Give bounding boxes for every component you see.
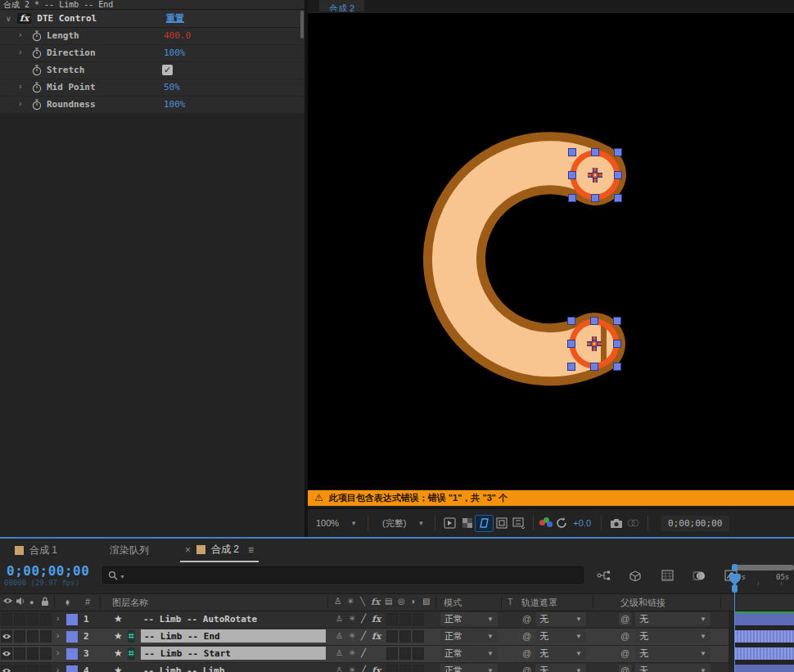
parent-pickwhip-icon[interactable]: @ [619,613,631,625]
property-value[interactable]: 400.0 [164,30,191,41]
exposure-reset-icon[interactable] [553,516,570,531]
layer-name-column-header[interactable]: 图层名称 [112,597,148,609]
stopwatch-icon[interactable] [32,47,42,59]
layer-expander-icon[interactable]: › [56,648,59,657]
solo-toggle[interactable] [27,613,38,625]
matte-pickwhip-icon[interactable]: @ [521,647,533,660]
fx-toggle-icon[interactable]: fx [372,665,381,672]
blend-mode-dropdown[interactable]: 正常▼ [440,664,498,672]
chevron-right-icon[interactable]: › [19,82,21,91]
show-snapshot-icon[interactable] [625,516,642,531]
parent-dropdown[interactable]: 无▼ [635,612,711,626]
fx-toggle-icon[interactable]: fx [372,614,381,625]
eye-toggle[interactable] [1,665,12,672]
resolution-dropdown[interactable]: (完整)▼ [377,515,429,532]
viewer-timecode[interactable]: 0;00;00;00 [661,516,729,531]
property-value[interactable]: 100% [164,47,186,58]
snapshot-camera-icon[interactable] [607,516,625,531]
layer-name[interactable]: -- Limb -- Start [141,647,326,660]
track-matte-dropdown[interactable]: 无▼ [535,664,586,672]
layer-row[interactable]: › 4 ★ ⌗ -- Limb -- Limb ♙ ✳ ╱ fx 正常▼ @ 无… [0,663,794,672]
quality-toggle-icon[interactable]: ╱ [361,648,366,657]
chevron-right-icon[interactable]: › [19,30,21,39]
frame-blend-icon[interactable] [660,568,674,583]
scrollbar-thumb[interactable] [300,11,304,38]
region-of-interest-button[interactable] [493,516,510,531]
matte-pickwhip-icon[interactable]: @ [521,630,533,643]
matte-pickwhip-icon[interactable]: @ [521,665,533,672]
parent-dropdown[interactable]: 无▼ [635,629,711,643]
blend-mode-dropdown[interactable]: 正常▼ [440,647,498,661]
shy-toggle-icon[interactable]: ♙ [336,631,343,640]
audio-toggle[interactable] [14,665,25,672]
layer-duration-bar[interactable] [735,613,794,625]
motion-blur-icon[interactable] [692,568,706,583]
parent-dropdown[interactable]: 无▼ [635,664,711,672]
solo-toggle[interactable] [27,630,38,643]
tab-comp1[interactable]: 合成 1 [10,539,62,562]
collapse-toggle-icon[interactable]: ✳ [349,648,355,657]
tab-render-queue[interactable]: 渲染队列 [105,539,154,562]
matte-pickwhip-icon[interactable]: @ [521,613,533,625]
expression-error-banner[interactable]: ⚠ 此项目包含表达式错误：错误 "1"，共 "3" 个 [308,490,794,506]
effect-header[interactable]: ∨ fx DTE Control 重置 [0,10,305,28]
fx-toggle-icon[interactable]: fx [372,631,381,642]
viewer-tab-comp2[interactable]: 合成 2 [319,0,364,11]
collapse-toggle-icon[interactable]: ✳ [349,631,355,640]
collapse-toggle-icon[interactable]: ✳ [349,614,355,623]
lock-toggle[interactable] [40,647,52,660]
layer-expander-icon[interactable]: › [56,614,59,623]
layer-name[interactable]: -- Limb -- Limb [143,665,224,672]
collapse-toggle-icon[interactable]: ✳ [349,665,355,672]
panel-menu-icon[interactable]: ≡ [248,544,254,556]
stopwatch-icon[interactable] [32,82,42,93]
chevron-down-icon[interactable]: ∨ [6,15,16,23]
eye-toggle[interactable] [1,647,12,660]
eye-toggle[interactable] [1,613,12,625]
blend-mode-dropdown[interactable]: 正常▼ [440,629,498,643]
layer-expander-icon[interactable]: › [56,665,59,672]
playhead-line[interactable] [734,581,735,672]
transparency-grid-button[interactable] [458,516,476,531]
stopwatch-icon[interactable] [32,30,42,42]
track-matte-column-header[interactable]: 轨道遮罩 [521,597,557,609]
shy-toggle-icon[interactable]: ♙ [336,614,343,623]
layer-expander-icon[interactable]: › [56,631,59,640]
stopwatch-icon[interactable] [32,99,42,110]
exposure-value[interactable]: +0.0 [573,518,591,528]
track-matte-dropdown[interactable]: 无▼ [535,629,586,643]
guides-options-button[interactable] [510,516,527,531]
layer-row[interactable]: › 3 ★ ⌗ -- Limb -- Start ♙ ✳ ╱ fx 正常▼ @ … [0,646,794,663]
layer-name[interactable]: -- Limb -- AutoRotate [143,614,257,625]
parent-pickwhip-icon[interactable]: @ [619,630,631,643]
layer-label-color[interactable] [66,614,78,625]
property-value[interactable]: 100% [164,99,186,110]
reset-link[interactable]: 重置 [166,12,184,25]
track-matte-dropdown[interactable]: 无▼ [535,647,586,661]
lock-toggle[interactable] [40,613,52,625]
eye-toggle[interactable] [1,630,12,643]
property-checkbox[interactable]: ✓ [162,65,173,75]
mask-visibility-button[interactable] [476,516,493,531]
magnification-dropdown[interactable]: 100%▼ [311,516,362,530]
layer-row[interactable]: › 2 ★ ⌗ -- Limb -- End ♙ ✳ ╱ fx 正常▼ @ 无▼… [0,629,794,646]
quality-toggle-icon[interactable]: ╱ [361,665,366,672]
lock-toggle[interactable] [40,630,52,643]
effect-controls-tab[interactable]: 合成 2 * -- Limb -- End [0,0,305,10]
layer-label-color[interactable] [66,665,78,672]
track-matte-dropdown[interactable]: 无▼ [535,612,586,626]
search-input[interactable]: ▼ [102,566,584,584]
time-navigator-bar[interactable] [735,565,794,571]
audio-toggle[interactable] [14,613,25,625]
parent-pickwhip-icon[interactable]: @ [619,647,631,660]
layer-label-color[interactable] [66,648,78,660]
mini-flowchart-icon[interactable] [596,568,611,583]
effect-name[interactable]: DTE Control [37,13,97,24]
layer-duration-bar[interactable] [735,630,794,643]
solo-toggle[interactable] [27,665,38,672]
matte-t-header[interactable]: T [508,597,513,607]
blend-mode-dropdown[interactable]: 正常▼ [440,612,498,626]
parent-pickwhip-icon[interactable]: @ [619,665,631,672]
quality-toggle-icon[interactable]: ╱ [361,631,366,640]
layer-name[interactable]: -- Limb -- End [141,629,326,643]
